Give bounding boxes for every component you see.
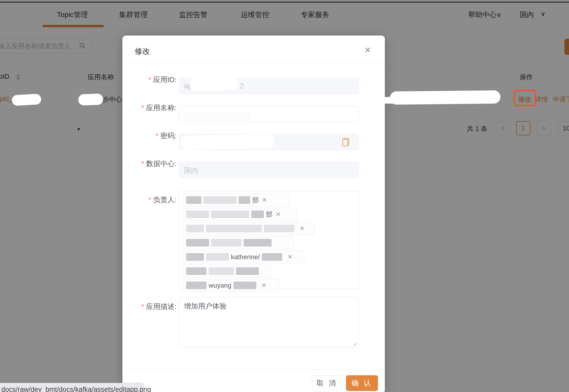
owner-tag-fragment: 部 [252, 196, 259, 205]
field-label-appname: *应用名称: [122, 103, 177, 113]
remove-tag-icon[interactable]: ✕ [299, 225, 305, 232]
redaction-blob [264, 225, 294, 232]
remove-tag-icon[interactable]: ✕ [261, 282, 266, 289]
redaction-blob [209, 267, 234, 275]
owner-tag: 部 ✕ [182, 194, 289, 206]
redaction-blob [186, 282, 207, 289]
redaction-blob [211, 239, 242, 247]
owners-multiselect[interactable]: 部 ✕ 部 ✕ ✕ katherine/ [179, 191, 359, 289]
redaction-blob [211, 210, 249, 218]
confirm-button[interactable]: 确 认 [346, 375, 378, 391]
description-textarea[interactable]: 增加用户体验 [179, 297, 359, 347]
dialog-title: 修改 [135, 46, 150, 57]
field-label-description: *应用描述: [122, 302, 177, 312]
owner-tag: katherine/ ✕ [182, 251, 304, 263]
field-label-appid: *应用ID: [122, 75, 177, 85]
edit-dialog: 修改 ✕ *应用ID: app 2 *应用名称: *密码: *数据中心: 国内 … [122, 36, 385, 392]
redaction-blob [206, 253, 229, 261]
password-input [179, 134, 359, 150]
redaction-blob [186, 225, 204, 232]
redaction-blob [186, 196, 201, 204]
owner-tag-fragment: katherine/ [231, 253, 260, 261]
owner-tag: 部 ✕ [182, 208, 297, 221]
close-icon[interactable]: ✕ [364, 45, 371, 55]
redaction-blob [203, 196, 236, 204]
datacenter-input: 国内 [179, 162, 359, 178]
link-preview-text: docs/raw/dev_bmt/docs/kafka/assets/edita… [1, 386, 151, 392]
redaction-blob [186, 253, 204, 261]
redaction-blob [186, 239, 209, 247]
field-label-password: *密码: [122, 131, 177, 141]
appname-input[interactable] [179, 106, 359, 122]
redaction-blob [262, 253, 282, 261]
remove-tag-icon[interactable]: ✕ [276, 211, 281, 218]
owner-tag-fragment: wuyang [209, 282, 231, 289]
appid-value-fragment2: 2 [240, 82, 244, 90]
appid-input: app 2 [179, 78, 359, 94]
owner-tag-fragment: 部 [266, 210, 273, 219]
owner-tag [182, 265, 271, 277]
redaction-blob [244, 239, 272, 247]
redaction-scribble [180, 134, 275, 150]
datacenter-value: 国内 [184, 166, 198, 175]
owner-tag: wuyang ✕ [182, 279, 279, 292]
redaction-scribble [190, 76, 239, 92]
redaction-scribble [183, 112, 251, 120]
dialog-footer-divider [122, 369, 385, 370]
redaction-blob [251, 210, 264, 218]
dialog-header-divider [122, 63, 385, 63]
remove-tag-icon[interactable]: ✕ [287, 253, 292, 260]
redaction-blob [186, 267, 207, 275]
remove-tag-icon[interactable]: ✕ [262, 197, 267, 204]
owner-tag: ✕ [182, 222, 314, 235]
cancel-button[interactable]: 取 消 [312, 375, 342, 391]
copy-icon[interactable] [342, 138, 349, 146]
redaction-blob [186, 210, 209, 218]
field-label-datacenter: *数据中心: [122, 159, 177, 169]
owner-tag [182, 236, 294, 249]
redaction-blob [206, 225, 262, 232]
redaction-blob [233, 282, 256, 289]
link-preview-tooltip: docs/raw/dev_bmt/docs/kafka/assets/edita… [0, 383, 144, 392]
redaction-blob [239, 196, 250, 204]
redaction-blob [236, 267, 259, 275]
field-label-owners: *负责人: [122, 195, 177, 205]
